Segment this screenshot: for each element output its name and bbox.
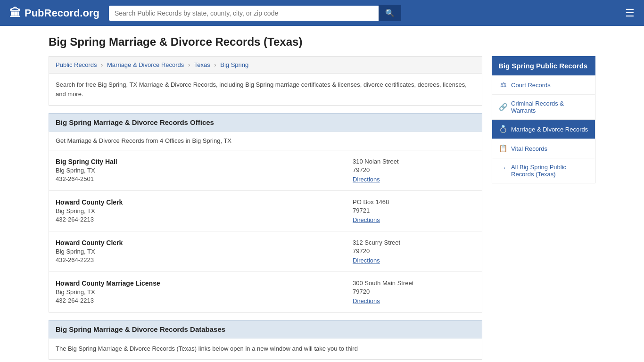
databases-heading: Big Spring Marriage & Divorce Records Da… bbox=[56, 325, 225, 333]
sidebar-item-label-court: Court Records bbox=[511, 82, 551, 89]
office-name-1: Big Spring City Hall bbox=[56, 158, 353, 165]
office-right-4: 300 South Main Street 79720 Directions bbox=[353, 280, 475, 304]
description: Search for free Big Spring, TX Marriage … bbox=[49, 74, 482, 106]
office-item: Howard County Marriage License Big Sprin… bbox=[49, 272, 482, 312]
office-left-3: Howard County Clerk Big Spring, TX 432-2… bbox=[56, 239, 353, 264]
directions-link-3[interactable]: Directions bbox=[353, 257, 380, 264]
office-name-2: Howard County Clerk bbox=[56, 198, 353, 206]
databases-section: Big Spring Marriage & Divorce Records Da… bbox=[49, 320, 482, 360]
sidebar-item-marriage-divorce[interactable]: 💍 Marriage & Divorce Records bbox=[492, 120, 595, 139]
office-city-3: Big Spring, TX bbox=[56, 248, 353, 255]
databases-section-header: Big Spring Marriage & Divorce Records Da… bbox=[49, 320, 482, 338]
offices-sub-text: Get Marriage & Divorce Records from 4 Of… bbox=[56, 137, 231, 144]
offices-heading: Big Spring Marriage & Divorce Records Of… bbox=[56, 118, 214, 126]
scales-icon: ⚖ bbox=[499, 81, 507, 89]
breadcrumb-link-bigspring[interactable]: Big Spring bbox=[220, 61, 248, 68]
main-container: Big Spring Marriage & Divorce Records (T… bbox=[39, 26, 605, 362]
office-item: Big Spring City Hall Big Spring, TX 432-… bbox=[49, 150, 482, 191]
office-phone-4: 432-264-2213 bbox=[56, 297, 353, 304]
office-city-2: Big Spring, TX bbox=[56, 207, 353, 214]
office-item: Howard County Clerk Big Spring, TX 432-2… bbox=[49, 231, 482, 272]
office-address-4: 300 South Main Street bbox=[353, 280, 475, 287]
office-city-4: Big Spring, TX bbox=[56, 288, 353, 296]
office-item: Howard County Clerk Big Spring, TX 432-2… bbox=[49, 191, 482, 231]
databases-desc-text: The Big Spring Marriage & Divorce Record… bbox=[56, 345, 358, 352]
search-bar: 🔍 bbox=[109, 5, 401, 21]
office-left-4: Howard County Marriage License Big Sprin… bbox=[56, 280, 353, 304]
office-phone-1: 432-264-2501 bbox=[56, 175, 353, 182]
office-left-2: Howard County Clerk Big Spring, TX 432-2… bbox=[56, 198, 353, 223]
office-phone-3: 432-264-2223 bbox=[56, 256, 353, 263]
clipboard-icon: 📋 bbox=[499, 144, 507, 153]
sidebar-item-label-marriage: Marriage & Divorce Records bbox=[511, 126, 588, 133]
office-address-3: 312 Scurry Street bbox=[353, 239, 475, 246]
breadcrumb-link-public-records[interactable]: Public Records bbox=[56, 61, 97, 68]
breadcrumb-link-texas[interactable]: Texas bbox=[194, 61, 210, 68]
search-button[interactable]: 🔍 bbox=[379, 5, 401, 21]
office-address-1: 310 Nolan Street bbox=[353, 158, 475, 165]
sidebar-item-label-criminal: Criminal Records & Warrants bbox=[511, 100, 588, 114]
sidebar-item-all-label: All Big Spring Public Records (Texas) bbox=[511, 164, 588, 178]
logo-text: PubRecord.org bbox=[25, 7, 99, 19]
sidebar-nav: ⚖ Court Records 🔗 Criminal Records & War… bbox=[492, 75, 595, 183]
breadcrumb-link-marriage[interactable]: Marriage & Divorce Records bbox=[107, 61, 184, 68]
sidebar: Big Spring Public Records ⚖ Court Record… bbox=[492, 56, 595, 360]
directions-link-1[interactable]: Directions bbox=[353, 176, 380, 183]
logo[interactable]: 🏛 PubRecord.org bbox=[9, 7, 99, 20]
office-zip-3: 79720 bbox=[353, 247, 475, 255]
sidebar-item-court-records[interactable]: ⚖ Court Records bbox=[492, 75, 595, 95]
sidebar-item-vital-records[interactable]: 📋 Vital Records bbox=[492, 139, 595, 158]
office-city-1: Big Spring, TX bbox=[56, 167, 353, 174]
sidebar-item-all-records[interactable]: → All Big Spring Public Records (Texas) bbox=[492, 158, 595, 183]
office-right-2: PO Box 1468 79721 Directions bbox=[353, 198, 475, 223]
office-right-1: 310 Nolan Street 79720 Directions bbox=[353, 158, 475, 183]
office-phone-2: 432-264-2213 bbox=[56, 216, 353, 223]
breadcrumb-sep-1: › bbox=[101, 61, 103, 68]
rings-icon: 💍 bbox=[499, 125, 507, 133]
breadcrumb: Public Records › Marriage & Divorce Reco… bbox=[49, 56, 482, 74]
directions-link-2[interactable]: Directions bbox=[353, 216, 380, 223]
office-name-4: Howard County Marriage License bbox=[56, 280, 353, 287]
link-icon: 🔗 bbox=[499, 103, 507, 111]
sidebar-item-criminal-records[interactable]: 🔗 Criminal Records & Warrants bbox=[492, 95, 595, 120]
office-list: Big Spring City Hall Big Spring, TX 432-… bbox=[49, 150, 482, 313]
databases-description: The Big Spring Marriage & Divorce Record… bbox=[49, 338, 482, 360]
breadcrumb-sep-2: › bbox=[188, 61, 190, 68]
office-address-2: PO Box 1468 bbox=[353, 198, 475, 206]
office-left-1: Big Spring City Hall Big Spring, TX 432-… bbox=[56, 158, 353, 183]
office-zip-4: 79720 bbox=[353, 288, 475, 295]
offices-sub-description: Get Marriage & Divorce Records from 4 Of… bbox=[49, 132, 482, 150]
description-text: Search for free Big Spring, TX Marriage … bbox=[56, 81, 467, 98]
main-content: Public Records › Marriage & Divorce Reco… bbox=[49, 56, 482, 360]
office-right-3: 312 Scurry Street 79720 Directions bbox=[353, 239, 475, 264]
offices-section-header: Big Spring Marriage & Divorce Records Of… bbox=[49, 113, 482, 132]
content-layout: Public Records › Marriage & Divorce Reco… bbox=[49, 56, 595, 360]
menu-button[interactable]: ☰ bbox=[625, 7, 635, 19]
directions-link-4[interactable]: Directions bbox=[353, 297, 380, 304]
page-title: Big Spring Marriage & Divorce Records (T… bbox=[49, 35, 595, 49]
sidebar-title: Big Spring Public Records bbox=[492, 56, 595, 75]
office-zip-1: 79720 bbox=[353, 166, 475, 173]
arrow-icon: → bbox=[499, 164, 507, 172]
sidebar-item-label-vital: Vital Records bbox=[511, 145, 547, 152]
office-zip-2: 79721 bbox=[353, 207, 475, 214]
header: 🏛 PubRecord.org 🔍 ☰ bbox=[0, 0, 644, 26]
breadcrumb-sep-3: › bbox=[214, 61, 216, 68]
search-input[interactable] bbox=[109, 6, 379, 21]
office-name-3: Howard County Clerk bbox=[56, 239, 353, 247]
logo-icon: 🏛 bbox=[9, 7, 21, 20]
